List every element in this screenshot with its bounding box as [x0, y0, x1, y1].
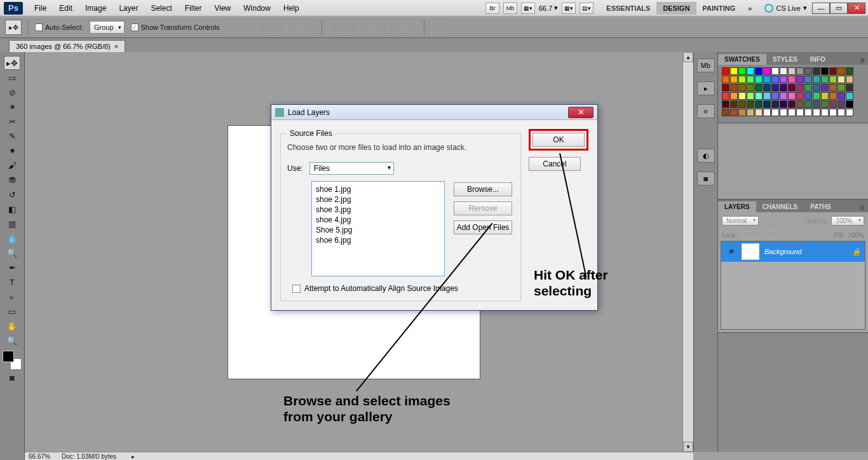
distribute-icon[interactable] — [405, 22, 417, 33]
swatch[interactable] — [821, 92, 829, 100]
panel-menu-icon[interactable]: ≡ — [857, 203, 868, 212]
swatch[interactable] — [804, 76, 812, 83]
minimize-button[interactable]: — — [812, 3, 830, 14]
swatch[interactable] — [821, 76, 829, 83]
swatch[interactable] — [771, 92, 779, 100]
foreground-background-colors[interactable] — [3, 351, 22, 370]
brush-tool[interactable]: 🖌 — [4, 158, 20, 172]
swatch[interactable] — [846, 84, 853, 91]
pen-tool[interactable]: ✒ — [4, 260, 20, 274]
auto-select-checkbox[interactable]: Auto-Select: — [35, 24, 83, 31]
swatch[interactable] — [837, 92, 845, 100]
menu-window[interactable]: Window — [237, 4, 277, 13]
distribute-icon[interactable] — [329, 22, 341, 33]
lock-all-icon[interactable] — [766, 231, 775, 240]
file-list-item[interactable]: shoe 4.jpg — [315, 215, 442, 225]
swatch[interactable] — [771, 76, 779, 83]
swatch[interactable] — [837, 67, 845, 75]
swatch[interactable] — [755, 109, 763, 116]
swatch[interactable] — [763, 84, 771, 91]
browse-button[interactable]: Browse... — [454, 182, 512, 196]
marquee-tool[interactable]: ▭ — [4, 71, 20, 85]
swatch[interactable] — [738, 100, 746, 108]
blend-mode-dropdown[interactable]: Normal — [722, 216, 759, 226]
swatch[interactable] — [796, 100, 804, 108]
swatch[interactable] — [837, 100, 845, 108]
lock-icon[interactable] — [779, 231, 788, 240]
tab-channels[interactable]: CHANNELS — [756, 201, 804, 212]
swatch[interactable] — [771, 100, 779, 108]
swatch[interactable] — [788, 92, 796, 100]
bridge-icon[interactable]: Br — [485, 3, 499, 14]
swatch[interactable] — [722, 100, 729, 108]
align-icon[interactable] — [257, 22, 269, 33]
tab-info[interactable]: INFO — [804, 54, 832, 65]
properties-panel-icon[interactable]: ≡ — [697, 104, 715, 118]
swatch[interactable] — [747, 100, 754, 108]
opacity-input[interactable]: 100% — [831, 216, 864, 226]
menu-view[interactable]: View — [208, 4, 237, 13]
tab-layers[interactable]: LAYERS — [718, 201, 756, 212]
file-list-item[interactable]: shoe 1.jpg — [315, 184, 442, 194]
swatch[interactable] — [763, 92, 771, 100]
auto-align-checkbox[interactable]: Attempt to Automatically Align Source Im… — [287, 284, 514, 293]
distribute-icon[interactable] — [359, 22, 372, 33]
swatch[interactable] — [747, 76, 754, 83]
swatch[interactable] — [804, 92, 812, 100]
swatch[interactable] — [730, 84, 738, 91]
file-list-item[interactable]: shoe 6.jpg — [315, 235, 442, 245]
swatch[interactable] — [837, 109, 845, 116]
swatch[interactable] — [763, 109, 771, 116]
swatch[interactable] — [738, 109, 746, 116]
swatch[interactable] — [722, 109, 729, 116]
align-icon[interactable] — [287, 22, 300, 33]
file-list-item[interactable]: shoe 2.jpg — [315, 194, 442, 205]
path-tool[interactable]: ▹ — [4, 290, 20, 304]
file-list-item[interactable]: shoe 3.jpg — [315, 205, 442, 215]
swatch[interactable] — [788, 67, 796, 75]
swatch[interactable] — [763, 67, 771, 75]
swatch[interactable] — [763, 76, 771, 83]
swatch[interactable] — [788, 76, 796, 83]
swatch[interactable] — [813, 109, 820, 116]
use-dropdown[interactable]: Files — [309, 162, 394, 175]
blur-tool[interactable]: 💧 — [4, 231, 20, 245]
swatch[interactable] — [755, 92, 763, 100]
align-icon[interactable] — [226, 22, 239, 33]
swatch[interactable] — [747, 92, 754, 100]
swatch[interactable] — [780, 67, 787, 75]
tool-preset-icon[interactable]: ▸✥ — [5, 20, 22, 35]
swatch[interactable] — [846, 92, 853, 100]
quick-select-tool[interactable]: ✶ — [4, 100, 20, 114]
swatch[interactable] — [829, 109, 837, 116]
swatch[interactable] — [804, 109, 812, 116]
swatch[interactable] — [780, 76, 787, 83]
menu-image[interactable]: Image — [79, 4, 112, 13]
swatch[interactable] — [829, 92, 837, 100]
crop-tool[interactable]: ✂ — [4, 114, 20, 128]
swatch[interactable] — [722, 76, 729, 83]
swatch[interactable] — [821, 100, 829, 108]
panel-menu-icon[interactable]: ≡ — [857, 56, 868, 65]
swatch[interactable] — [846, 76, 853, 83]
masks-panel-icon[interactable]: ◙ — [697, 172, 715, 186]
swatch[interactable] — [788, 109, 796, 116]
menu-file[interactable]: File — [28, 4, 53, 13]
swatch[interactable] — [796, 67, 804, 75]
ok-button[interactable]: OK — [532, 133, 585, 147]
swatch[interactable] — [846, 67, 853, 75]
swatch[interactable] — [747, 109, 754, 116]
swatch[interactable] — [846, 100, 853, 108]
tab-styles[interactable]: STYLES — [766, 54, 804, 65]
swatch[interactable] — [796, 92, 804, 100]
swatch[interactable] — [837, 84, 845, 91]
swatch[interactable] — [730, 67, 738, 75]
swatch[interactable] — [846, 109, 853, 116]
swatch[interactable] — [771, 84, 779, 91]
dodge-tool[interactable]: 🔍 — [4, 246, 20, 260]
swatch[interactable] — [821, 67, 829, 75]
swatch[interactable] — [730, 76, 738, 83]
swatch[interactable] — [755, 76, 763, 83]
quick-mask-icon[interactable]: ◙ — [4, 370, 20, 384]
tab-paths[interactable]: PATHS — [804, 201, 837, 212]
